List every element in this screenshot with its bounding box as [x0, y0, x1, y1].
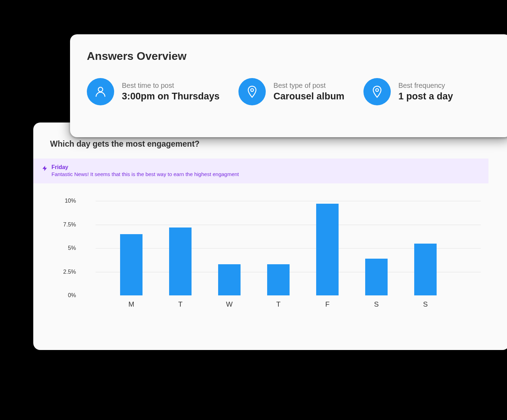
y-axis: 0%2.5%5%7.5%10%: [54, 201, 86, 295]
highlight-banner: Friday Fantastic News! It seems that thi…: [33, 159, 488, 183]
x-axis: MTWTFSS: [96, 300, 481, 311]
y-tick: 2.5%: [63, 269, 76, 275]
y-tick: 5%: [68, 245, 76, 251]
bar: [365, 259, 388, 295]
x-label: F: [325, 300, 329, 308]
person-icon: [87, 78, 114, 105]
x-label: T: [178, 300, 182, 308]
svg-point-1: [251, 89, 254, 91]
stat-label: Best frequency: [398, 82, 453, 90]
x-label: T: [276, 300, 280, 308]
stat-value: Carousel album: [273, 91, 345, 102]
y-tick: 10%: [65, 198, 76, 204]
stat-item: Best frequency1 post a day: [363, 78, 453, 105]
bolt-icon: [42, 165, 48, 173]
gridline: [96, 201, 481, 201]
y-tick: 7.5%: [63, 222, 76, 228]
bar: [267, 264, 290, 295]
stats-row: Best time to post3:00pm on ThursdaysBest…: [87, 78, 494, 105]
highlight-text: Friday Fantastic News! It seems that thi…: [51, 164, 239, 177]
x-label: W: [226, 300, 233, 308]
bar: [316, 204, 339, 295]
bar: [120, 234, 143, 296]
bar: [218, 264, 241, 295]
stat-label: Best type of post: [273, 82, 345, 90]
highlight-day: Friday: [51, 164, 239, 170]
chart-title: Which day gets the most engagement?: [50, 139, 507, 149]
pin-icon: [363, 78, 391, 105]
stat-value: 1 post a day: [398, 91, 453, 102]
chart-plot: [96, 201, 481, 295]
stat-item: Best time to post3:00pm on Thursdays: [87, 78, 220, 105]
x-label: S: [423, 300, 428, 308]
gridline: [96, 225, 481, 225]
stat-text: Best frequency1 post a day: [398, 82, 453, 102]
stat-item: Best type of postCarousel album: [238, 78, 345, 105]
pin-icon: [238, 78, 266, 105]
chart-area: 0%2.5%5%7.5%10% MTWTFSS: [54, 201, 507, 320]
overview-title: Answers Overview: [87, 50, 494, 63]
y-tick: 0%: [68, 292, 76, 299]
stat-label: Best time to post: [122, 82, 220, 90]
stat-text: Best type of postCarousel album: [273, 82, 345, 102]
stat-value: 3:00pm on Thursdays: [122, 91, 220, 102]
svg-point-2: [376, 89, 378, 91]
svg-point-0: [98, 87, 103, 92]
x-label: M: [129, 300, 134, 308]
answers-overview-card: Answers Overview Best time to post3:00pm…: [70, 34, 507, 137]
bar: [414, 244, 437, 296]
bar: [169, 227, 192, 295]
stat-text: Best time to post3:00pm on Thursdays: [122, 82, 220, 102]
engagement-chart-card: Which day gets the most engagement? Frid…: [33, 122, 507, 350]
highlight-description: Fantastic News! It seems that this is th…: [51, 171, 239, 177]
x-label: S: [374, 300, 378, 308]
